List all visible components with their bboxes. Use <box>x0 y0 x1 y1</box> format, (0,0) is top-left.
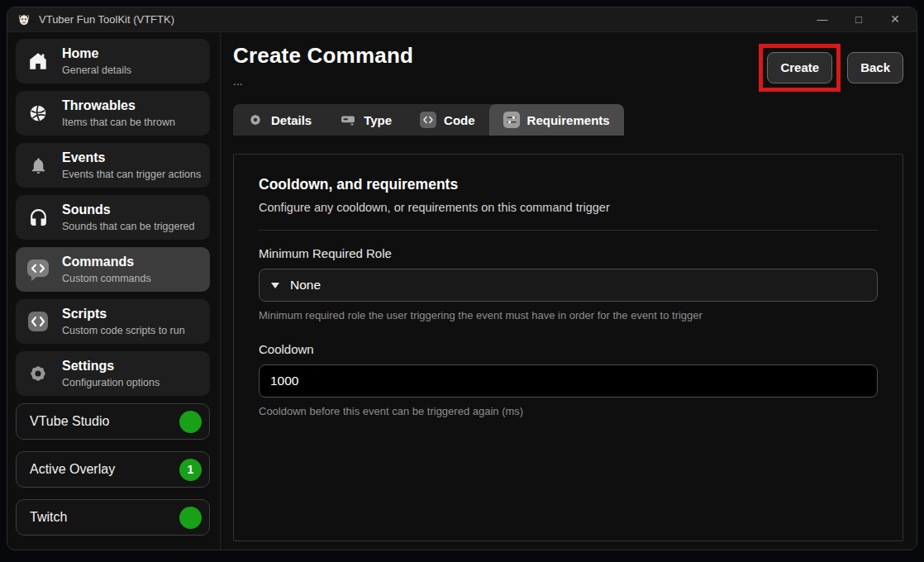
sidebar-item-description: General details <box>62 64 131 76</box>
sidebar-item-scripts[interactable]: Scripts Custom code scripts to run <box>16 299 210 344</box>
sidebar-item-description: Custom commands <box>62 273 151 284</box>
section-heading: Cooldown, and requirements <box>259 176 878 193</box>
tab-label: Details <box>271 113 312 127</box>
sidebar-item-label: Scripts <box>62 307 185 321</box>
status-label: VTube Studio <box>30 414 109 429</box>
sidebar-item-label: Commands <box>62 255 151 269</box>
status-tile-twitch[interactable]: Twitch <box>16 499 210 536</box>
tab-details[interactable]: Details <box>233 104 326 136</box>
bell-icon <box>25 156 51 175</box>
sidebar-item-description: Configuration options <box>62 377 160 388</box>
section-divider <box>259 230 878 231</box>
close-button[interactable]: × <box>877 7 913 31</box>
home-icon <box>25 50 51 72</box>
window-controls: — □ × <box>804 7 913 31</box>
tab-code[interactable]: Code <box>406 104 489 136</box>
sidebar-item-commands[interactable]: Commands Custom commands <box>16 247 210 292</box>
status-tile-vtube-studio[interactable]: VTube Studio <box>16 403 210 440</box>
section-description: Configure any cooldown, or requirements … <box>259 201 878 214</box>
role-label: Minimum Required Role <box>259 246 878 260</box>
chevron-down-icon <box>271 283 279 288</box>
app-icon <box>17 13 31 26</box>
input-card-icon <box>340 112 356 128</box>
sidebar-item-throwables[interactable]: Throwables Items that can be thrown <box>16 91 210 136</box>
cooldown-label: Cooldown <box>259 342 878 356</box>
tab-label: Type <box>364 113 392 127</box>
cooldown-input[interactable] <box>259 364 878 398</box>
minimize-button[interactable]: — <box>804 7 841 31</box>
sidebar-item-description: Items that can be thrown <box>62 117 175 128</box>
sidebar-item-home[interactable]: Home General details <box>16 39 210 83</box>
sidebar-item-label: Events <box>62 150 201 165</box>
sidebar-item-description: Sounds that can be triggered <box>62 221 195 232</box>
role-select[interactable]: None <box>259 269 878 302</box>
tab-type[interactable]: Type <box>326 104 406 136</box>
header-actions: Create Back <box>759 44 903 92</box>
sidebar-item-label: Throwables <box>62 98 175 113</box>
status-indicator-active-overlay: 1 <box>179 459 202 481</box>
create-button[interactable]: Create <box>767 52 832 83</box>
flower-gear-icon <box>247 112 264 128</box>
sidebar-item-settings[interactable]: Settings Configuration options <box>16 351 210 396</box>
code-bubble-icon <box>25 257 51 282</box>
window-title: VTuber Fun ToolKit (VTFTK) <box>39 13 796 26</box>
role-help: Minimum required role the user triggerin… <box>259 309 878 321</box>
sidebar-item-label: Settings <box>62 359 160 374</box>
code-chip-icon <box>420 112 436 128</box>
ball-icon <box>25 102 51 124</box>
sidebar-item-events[interactable]: Events Events that can trigger actions <box>16 143 210 188</box>
page-title: Create Command <box>233 44 413 69</box>
sidebar-item-description: Custom code scripts to run <box>62 325 185 336</box>
sidebar-item-sounds[interactable]: Sounds Sounds that can be triggered <box>16 195 210 240</box>
status-label: Twitch <box>30 510 67 525</box>
sidebar-item-label: Sounds <box>62 202 195 217</box>
tab-bar: Details Type <box>233 104 624 136</box>
code-square-icon <box>25 310 51 333</box>
sidebar: Home General details Throwables Items th… <box>7 32 220 550</box>
back-button[interactable]: Back <box>847 52 903 83</box>
sidebar-item-description: Events that can trigger actions <box>62 169 201 180</box>
requirements-panel: Cooldown, and requirements Configure any… <box>233 154 903 541</box>
main-content: Create Command ... Create Back <box>221 32 917 550</box>
sliders-chip-icon <box>503 112 520 128</box>
status-tile-active-overlay[interactable]: Active Overlay 1 <box>16 451 210 488</box>
tab-requirements[interactable]: Requirements <box>489 104 624 136</box>
app-window: VTuber Fun ToolKit (VTFTK) — □ × Home Ge… <box>7 7 917 550</box>
titlebar: VTuber Fun ToolKit (VTFTK) — □ × <box>7 7 917 32</box>
status-label: Active Overlay <box>30 462 115 477</box>
sidebar-item-label: Home <box>62 46 131 61</box>
status-group: VTube Studio Active Overlay 1 Twitch <box>16 403 220 536</box>
status-indicator-vtube-studio <box>179 411 202 433</box>
headphones-icon <box>25 207 51 228</box>
gear-icon <box>25 363 51 384</box>
tab-label: Code <box>444 113 475 127</box>
annotation-highlight: Create <box>759 44 841 92</box>
status-indicator-twitch <box>179 507 202 529</box>
role-select-value: None <box>290 278 321 293</box>
main-header: Create Command ... Create Back <box>233 44 903 92</box>
tab-label: Requirements <box>527 113 610 127</box>
cooldown-help: Cooldown before this event can be trigge… <box>259 405 878 417</box>
page-subtitle: ... <box>233 75 413 87</box>
maximize-button[interactable]: □ <box>841 7 877 31</box>
